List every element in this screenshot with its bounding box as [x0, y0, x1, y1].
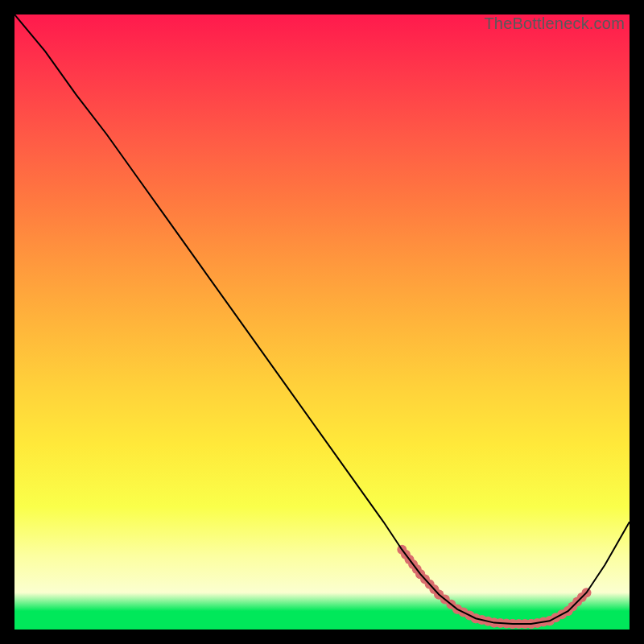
pink-highlight-series [397, 545, 591, 629]
chart-frame: TheBottleneck.com [0, 0, 644, 644]
curve-layer [14, 14, 630, 630]
gradient-plot-area: TheBottleneck.com [14, 14, 630, 630]
black-curve-series [14, 14, 630, 624]
watermark-text: TheBottleneck.com [484, 14, 625, 33]
